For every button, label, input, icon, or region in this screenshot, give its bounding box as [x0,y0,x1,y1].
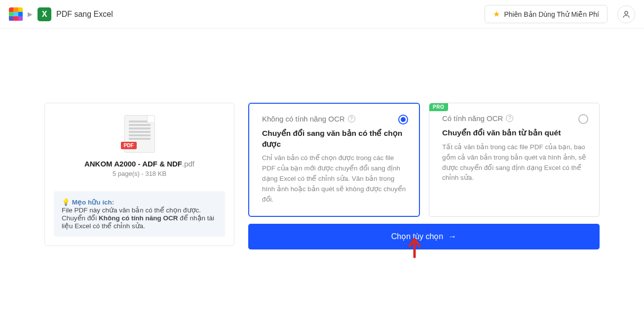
file-name: ANKOM A2000 - ADF & NDF.pdf [84,160,194,168]
main-content: PDF ANKOM A2000 - ADF & NDF.pdf 5 page(s… [0,29,644,249]
excel-app-icon: X [38,7,51,21]
cta-label: Chọn tùy chọn [391,232,443,241]
pro-badge: PRO [429,103,448,111]
tip-bold: Không có tính năng OCR [99,214,178,222]
svg-point-0 [625,11,628,14]
option-no-ocr-title: Chuyển đổi sang văn bản có thể chọn được [262,128,406,149]
option-no-ocr[interactable]: Không có tính năng OCR ? Chuyển đổi sang… [248,103,420,217]
trial-label: Phiên Bản Dùng Thử Miễn Phí [504,10,599,18]
help-icon[interactable]: ? [348,115,355,123]
option-ocr-head: Có tính năng OCR ? [442,114,586,123]
file-meta: 5 page(s) - 318 KB [113,170,166,177]
tip-title: Mẹo hữu ích: [72,199,114,206]
account-button[interactable] [617,5,635,23]
option-no-ocr-desc: Chỉ văn bản có thể chọn được trong các f… [262,153,406,205]
user-icon [622,10,631,19]
radio-unselected[interactable] [578,114,588,124]
file-extension: .pdf [182,160,194,168]
file-summary-card: PDF ANKOM A2000 - ADF & NDF.pdf 5 page(s… [44,103,234,246]
star-icon: ★ [493,9,500,19]
arrow-right-icon: → [448,232,456,242]
choose-option-button[interactable]: Chọn tùy chọn → [248,224,600,249]
options-row: Không có tính năng OCR ? Chuyển đổi sang… [248,103,600,217]
tip-box: 💡 Mẹo hữu ích: File PDF này chứa văn bản… [54,191,225,237]
free-trial-button[interactable]: ★ Phiên Bản Dùng Thử Miễn Phí [485,5,607,23]
option-ocr[interactable]: PRO Có tính năng OCR ? Chuyển đổi văn bả… [429,103,600,217]
option-no-ocr-head: Không có tính năng OCR ? [262,115,406,123]
option-ocr-title: Chuyển đổi văn bản từ bản quét [442,127,586,138]
help-icon[interactable]: ? [506,115,513,122]
lightbulb-icon: 💡 [62,199,70,206]
option-ocr-desc: Tất cả văn bản trong các file PDF của bạ… [442,142,586,184]
chevron-right-icon: ▶ [28,10,33,18]
header: ▶ X PDF sang Excel ★ Phiên Bản Dùng Thử … [0,0,644,29]
option-ocr-head-label: Có tính năng OCR [442,114,503,123]
pdf-badge: PDF [121,142,137,149]
option-no-ocr-head-label: Không có tính năng OCR [262,115,345,123]
radio-selected[interactable] [398,115,408,124]
breadcrumb-title: PDF sang Excel [56,10,113,19]
file-base-name: ANKOM A2000 - ADF & NDF [84,160,182,168]
brand-logo[interactable] [9,7,23,21]
pdf-file-icon: PDF [124,115,155,153]
options-column: Không có tính năng OCR ? Chuyển đổi sang… [248,103,600,249]
